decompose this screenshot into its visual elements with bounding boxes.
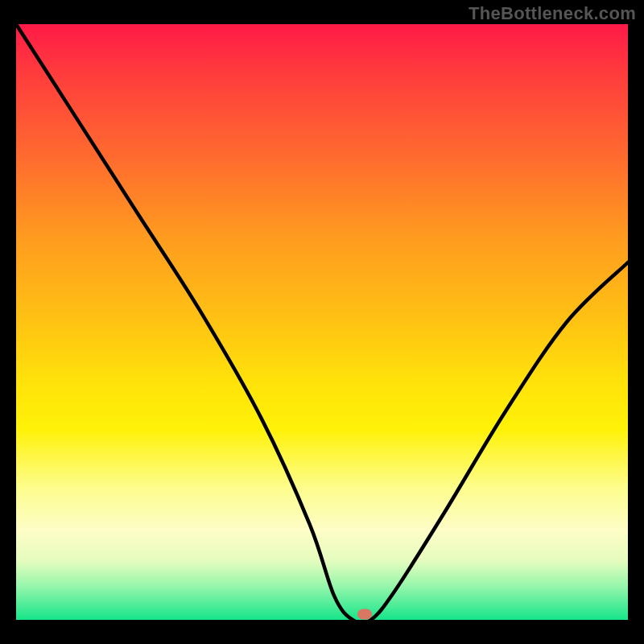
optimal-point-marker [357, 609, 372, 619]
chart-frame: TheBottleneck.com [0, 0, 644, 644]
watermark-text: TheBottleneck.com [469, 3, 636, 24]
plot-area [16, 24, 628, 620]
bottleneck-curve [16, 24, 628, 620]
